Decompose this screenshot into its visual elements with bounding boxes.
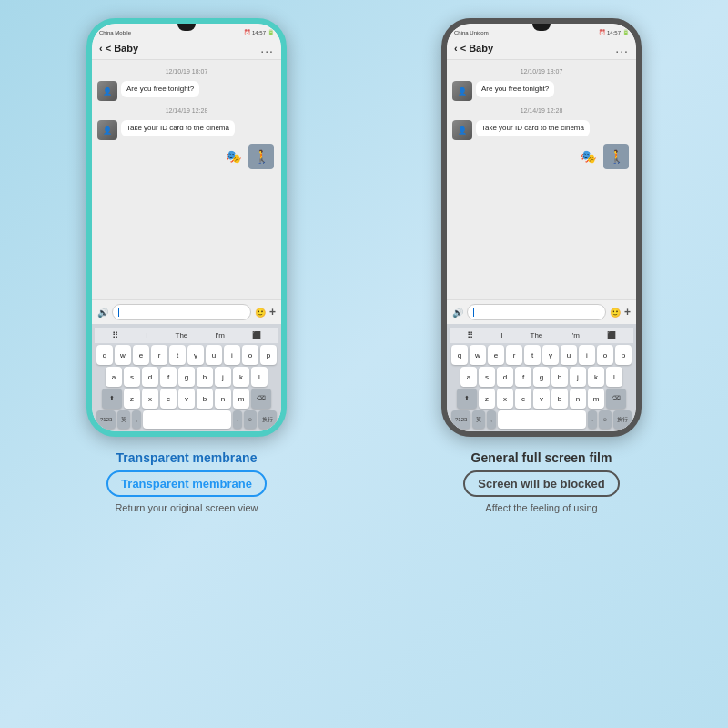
key-l-r[interactable]: l [606, 367, 622, 387]
key-enter-left[interactable]: 换行 [258, 410, 277, 429]
key-h[interactable]: h [197, 367, 213, 387]
emoji-icon-right[interactable]: 🙂 [610, 308, 621, 318]
key-emoji-bottom-left[interactable]: ☺ [244, 410, 257, 429]
keyboard-right: ⠿ I The I'm ⬛ q w e r t y [447, 324, 636, 431]
key-f[interactable]: f [160, 367, 177, 387]
key-m-r[interactable]: m [588, 389, 604, 409]
key-t[interactable]: t [169, 345, 186, 365]
key-r[interactable]: r [151, 345, 167, 365]
key-s-r[interactable]: s [479, 367, 495, 387]
key-lang-right[interactable]: 英 [472, 410, 485, 429]
key-shift-right[interactable]: ⬆ [457, 389, 477, 409]
suggest3-right[interactable]: I'm [570, 331, 579, 339]
key-p-r[interactable]: p [615, 345, 632, 365]
mic-icon-left[interactable]: 🔊 [97, 308, 108, 318]
key-num-right[interactable]: ?123 [451, 410, 470, 429]
cursor-right [473, 308, 474, 317]
key-h-r[interactable]: h [551, 367, 568, 387]
key-emoji-bottom-right[interactable]: ☺ [599, 410, 612, 429]
key-o-r[interactable]: o [597, 345, 613, 365]
key-v-r[interactable]: v [533, 389, 550, 409]
key-c-r[interactable]: c [515, 389, 531, 409]
key-num-left[interactable]: ?123 [96, 410, 116, 429]
key-e[interactable]: e [133, 345, 149, 365]
key-i[interactable]: i [224, 345, 240, 365]
key-z[interactable]: z [124, 389, 140, 409]
key-y-r[interactable]: y [542, 345, 559, 365]
key-space-right[interactable] [498, 410, 586, 429]
key-j-r[interactable]: j [570, 367, 586, 387]
key-lang-left[interactable]: 英 [117, 410, 130, 429]
key-g-r[interactable]: g [533, 367, 550, 387]
key-comma-left[interactable]: , [132, 410, 141, 429]
key-q-r[interactable]: q [451, 345, 468, 365]
key-w-r[interactable]: w [470, 345, 486, 365]
key-j[interactable]: j [215, 367, 231, 387]
key-u[interactable]: u [206, 345, 222, 365]
suggest2-left[interactable]: The [176, 331, 188, 339]
key-i-r[interactable]: i [579, 345, 595, 365]
key-backspace-left[interactable]: ⌫ [251, 389, 271, 409]
message-input-left[interactable] [112, 304, 251, 320]
right-label-sub: Affect the feeling of using [485, 502, 597, 513]
key-enter-right[interactable]: 换行 [613, 410, 632, 429]
key-k[interactable]: k [233, 367, 249, 387]
key-shift-left[interactable]: ⬆ [102, 389, 122, 409]
plus-icon-left[interactable]: + [269, 306, 276, 318]
avatar-img2-right: 👤 [452, 120, 472, 140]
key-s[interactable]: s [124, 367, 140, 387]
key-e-r[interactable]: e [488, 345, 504, 365]
key-x[interactable]: x [142, 389, 158, 409]
key-o[interactable]: o [242, 345, 258, 365]
key-l[interactable]: l [251, 367, 268, 387]
key-z-r[interactable]: z [479, 389, 495, 409]
chat-menu-right[interactable]: ... [615, 41, 629, 56]
right-phone-wrapper: China Unicom ⏰ 14:57 🔋 ‹ < Baby ... [373, 18, 710, 437]
battery-icon-right: 🔋 [622, 29, 629, 35]
suggestions-right: ⠿ I The I'm ⬛ [450, 328, 633, 343]
suggest1-left[interactable]: I [146, 331, 147, 339]
sticker1-right: 🎭 [575, 144, 601, 169]
keyboard-bottom-right: ?123 英 , . ☺ 换行 [450, 409, 633, 429]
key-x-r[interactable]: x [497, 389, 513, 409]
key-n-r[interactable]: n [570, 389, 586, 409]
key-f-r[interactable]: f [515, 367, 531, 387]
suggest1-right[interactable]: I [500, 331, 502, 339]
key-u-r[interactable]: u [561, 345, 577, 365]
key-m[interactable]: m [233, 389, 249, 409]
key-a[interactable]: a [106, 367, 122, 387]
key-b[interactable]: b [197, 389, 213, 409]
key-p[interactable]: p [260, 345, 277, 365]
key-n[interactable]: n [215, 389, 231, 409]
key-period-right[interactable]: . [588, 410, 597, 429]
key-t-r[interactable]: t [524, 345, 541, 365]
key-period-left[interactable]: . [233, 410, 242, 429]
key-space-left[interactable] [143, 410, 231, 429]
key-b-r[interactable]: b [551, 389, 568, 409]
right-label-main: General full screen film [471, 450, 612, 465]
back-icon-left[interactable]: ‹ [99, 43, 103, 54]
key-w[interactable]: w [115, 345, 131, 365]
key-comma-right[interactable]: , [487, 410, 496, 429]
message-input-right[interactable] [467, 304, 606, 320]
key-k-r[interactable]: k [588, 367, 604, 387]
suggest2-right[interactable]: The [531, 331, 543, 339]
left-label-group: Transparent membrane Transparent membran… [18, 450, 355, 513]
back-icon-right[interactable]: ‹ [454, 43, 458, 54]
key-a-r[interactable]: a [460, 367, 477, 387]
plus-icon-right[interactable]: + [624, 306, 631, 318]
key-r-r[interactable]: r [506, 345, 522, 365]
key-q[interactable]: q [96, 345, 113, 365]
mic-icon-right[interactable]: 🔊 [452, 308, 463, 318]
key-g[interactable]: g [178, 367, 195, 387]
key-d[interactable]: d [142, 367, 158, 387]
suggest3-left[interactable]: I'm [215, 331, 224, 339]
key-backspace-right[interactable]: ⌫ [606, 389, 626, 409]
key-c[interactable]: c [160, 389, 177, 409]
key-y[interactable]: y [187, 345, 204, 365]
chat-menu-left[interactable]: ... [260, 41, 274, 56]
keyboard-left: ⠿ I The I'm ⬛ q w e r t y [92, 324, 281, 431]
key-v[interactable]: v [178, 389, 195, 409]
key-d-r[interactable]: d [497, 367, 513, 387]
emoji-icon-left[interactable]: 🙂 [255, 308, 266, 318]
